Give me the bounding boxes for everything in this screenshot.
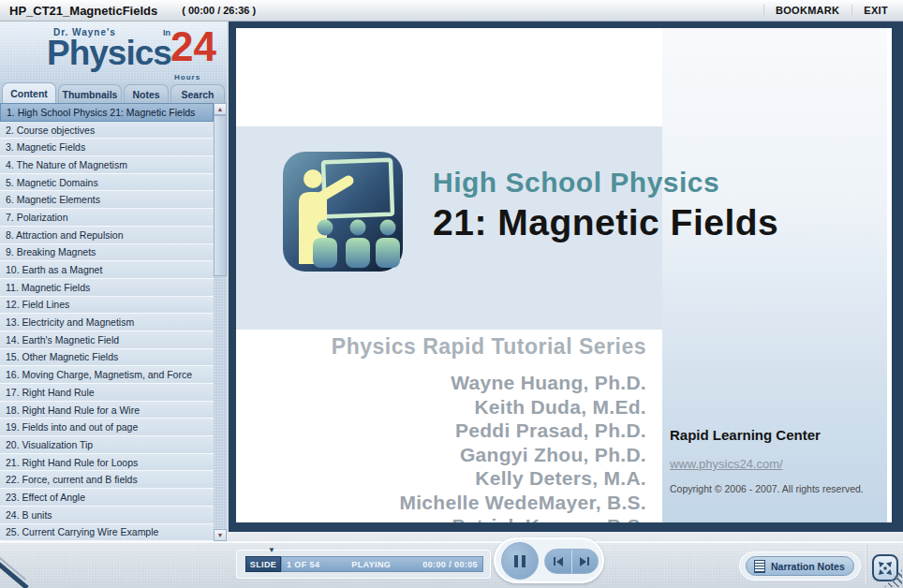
seek-bar[interactable]: 1 OF 54 PLAYING 00:00 / 00:05 bbox=[281, 556, 483, 572]
fullscreen-icon bbox=[877, 560, 894, 577]
author-name: Michelle WedeMayer, B.S. bbox=[330, 491, 646, 515]
toc-item[interactable]: 14. Earth's Magnetic Field bbox=[0, 331, 214, 349]
divider bbox=[866, 545, 867, 584]
sidebar-tab[interactable]: Thumbnails bbox=[58, 84, 122, 103]
divider bbox=[851, 5, 852, 16]
toc-item[interactable]: 6. Magnetic Elements bbox=[0, 191, 214, 209]
playback-status: PLAYING bbox=[351, 560, 391, 569]
organization-block: Rapid Learning Center www.physics24.com/… bbox=[670, 427, 881, 494]
pause-icon bbox=[514, 555, 518, 567]
slide-stage-frame: High School Physics 21: Magnetic Fields … bbox=[229, 21, 903, 532]
table-of-contents: 1. High School Physics 21: Magnetic Fiel… bbox=[0, 103, 227, 541]
toc-item[interactable]: 5. Magnetic Domains bbox=[0, 174, 214, 192]
slide-title-chapter: 21: Magnetic Fields bbox=[433, 202, 778, 243]
skip-buttons bbox=[544, 549, 599, 574]
title-bar: HP_CT21_MagneticFields ( 00:00 / 26:36 )… bbox=[0, 0, 903, 22]
playhead-icon[interactable]: ▼ bbox=[268, 547, 275, 554]
org-url-link[interactable]: www.physics24.com/ bbox=[670, 457, 783, 471]
logo: Dr. Wayne's Physics In 24 Hours bbox=[0, 21, 227, 82]
divider bbox=[762, 5, 764, 16]
toc-item[interactable]: 22. Force, current and B fields bbox=[0, 471, 214, 489]
toc-item[interactable]: 11. Magnetic Fields bbox=[0, 279, 214, 297]
toc-scrollbar[interactable]: ▲ ▼ bbox=[214, 103, 227, 541]
series-subtitle: Physics Rapid Tutorial Series bbox=[330, 334, 646, 360]
sidebar-tab[interactable]: Search bbox=[170, 84, 225, 103]
authors-list: Wayne Huang, Ph.D.Keith Duda, M.Ed.Peddi… bbox=[330, 371, 646, 522]
toc-item[interactable]: 23. Effect of Angle bbox=[0, 489, 214, 507]
author-name: Patrick Keeney, B.S. bbox=[330, 514, 646, 522]
author-name: Kelly Deters, M.A. bbox=[330, 466, 646, 491]
document-icon bbox=[754, 560, 765, 573]
author-name: Gangyi Zhou, Ph.D. bbox=[330, 443, 646, 467]
toc-item[interactable]: 4. The Nature of Magnetism bbox=[0, 156, 214, 174]
scrollbar-thumb[interactable] bbox=[214, 115, 227, 276]
app-window: HP_CT21_MagneticFields ( 00:00 / 26:36 )… bbox=[0, 0, 903, 588]
logo-number: 24 bbox=[170, 26, 216, 67]
toc-item[interactable]: 12. Field Lines bbox=[0, 297, 214, 315]
toc-item[interactable]: 9. Breaking Magnets bbox=[0, 244, 214, 262]
previous-icon bbox=[554, 557, 555, 566]
toc-item[interactable]: 2. Course objectives bbox=[0, 122, 214, 140]
toc-list: 1. High School Physics 21: Magnetic Fiel… bbox=[0, 103, 214, 541]
toc-item[interactable]: 7. Polarization bbox=[0, 209, 214, 227]
toc-item[interactable]: 8. Attraction and Repulsion bbox=[0, 227, 214, 244]
toc-item[interactable]: 18. Right Hand Rule for a Wire bbox=[0, 402, 214, 419]
org-name: Rapid Learning Center bbox=[670, 427, 881, 443]
sidebar-tab[interactable]: Notes bbox=[124, 84, 169, 103]
teacher-classroom-icon bbox=[281, 150, 405, 273]
divider bbox=[0, 541, 903, 543]
sidebar-tabs: ContentThumbnailsNotesSearch bbox=[0, 82, 227, 103]
narration-notes-button[interactable]: Narration Notes bbox=[746, 556, 854, 576]
scroll-up-icon[interactable]: ▲ bbox=[214, 103, 227, 115]
toc-item[interactable]: 20. Visualization Tip bbox=[0, 436, 214, 454]
bookmark-button[interactable]: BOOKMARK bbox=[776, 5, 839, 16]
logo-main-text: Physics bbox=[47, 34, 171, 73]
corner-decoration bbox=[0, 561, 29, 588]
author-name: Keith Duda, M.Ed. bbox=[330, 395, 646, 419]
toc-item[interactable]: 16. Moving Charge, Magnetism, and Force bbox=[0, 366, 214, 384]
slide-time: 00:00 / 00:05 bbox=[422, 560, 478, 569]
author-name: Wayne Huang, Ph.D. bbox=[330, 371, 646, 395]
notes-button-well: Narration Notes bbox=[739, 551, 861, 581]
playback-controls bbox=[494, 537, 604, 583]
slide-title-course: High School Physics bbox=[433, 167, 719, 198]
total-time: ( 00:00 / 26:36 ) bbox=[182, 5, 256, 16]
toc-item[interactable]: 24. B units bbox=[0, 507, 214, 524]
progress-group: ▼ SLIDE 1 OF 54 PLAYING 00:00 / 00:05 bbox=[236, 550, 491, 579]
copyright-text: Copyright © 2006 - 2007. All rights rese… bbox=[670, 483, 881, 494]
sidebar: Dr. Wayne's Physics In 24 Hours ContentT… bbox=[0, 21, 227, 541]
toc-item[interactable]: 10. Earth as a Magnet bbox=[0, 261, 214, 279]
pause-button[interactable] bbox=[501, 542, 539, 580]
logo-hours-text: Hours bbox=[174, 73, 200, 81]
exit-button[interactable]: EXIT bbox=[864, 5, 888, 16]
toc-item[interactable]: 25. Current Carrying Wire Example bbox=[0, 524, 214, 542]
pause-icon bbox=[522, 555, 526, 567]
toc-item[interactable]: 21. Right Hand Rule for Loops bbox=[0, 454, 214, 472]
toc-item[interactable]: 15. Other Magnetic Fields bbox=[0, 349, 214, 367]
sidebar-tab[interactable]: Content bbox=[2, 82, 56, 103]
author-name: Peddi Prasad, Ph.D. bbox=[330, 419, 646, 443]
slide-label: SLIDE bbox=[245, 556, 281, 572]
previous-slide-button[interactable] bbox=[545, 550, 572, 573]
toc-item[interactable]: 3. Magnetic Fields bbox=[0, 139, 214, 156]
next-slide-button[interactable] bbox=[572, 550, 599, 573]
toc-item[interactable]: 17. Right Hand Rule bbox=[0, 384, 214, 402]
slide-position: 1 OF 54 bbox=[287, 560, 319, 569]
toc-item[interactable]: 13. Electricity and Magnetism bbox=[0, 314, 214, 331]
window-title: HP_CT21_MagneticFields bbox=[9, 4, 157, 18]
scroll-down-icon[interactable]: ▼ bbox=[214, 529, 227, 541]
next-icon bbox=[580, 557, 586, 566]
slide-canvas: High School Physics 21: Magnetic Fields … bbox=[236, 28, 892, 522]
toc-item[interactable]: 19. Fields into and out of page bbox=[0, 419, 214, 436]
toc-item[interactable]: 1. High School Physics 21: Magnetic Fiel… bbox=[0, 103, 214, 122]
logo-in-text: In bbox=[163, 28, 170, 37]
